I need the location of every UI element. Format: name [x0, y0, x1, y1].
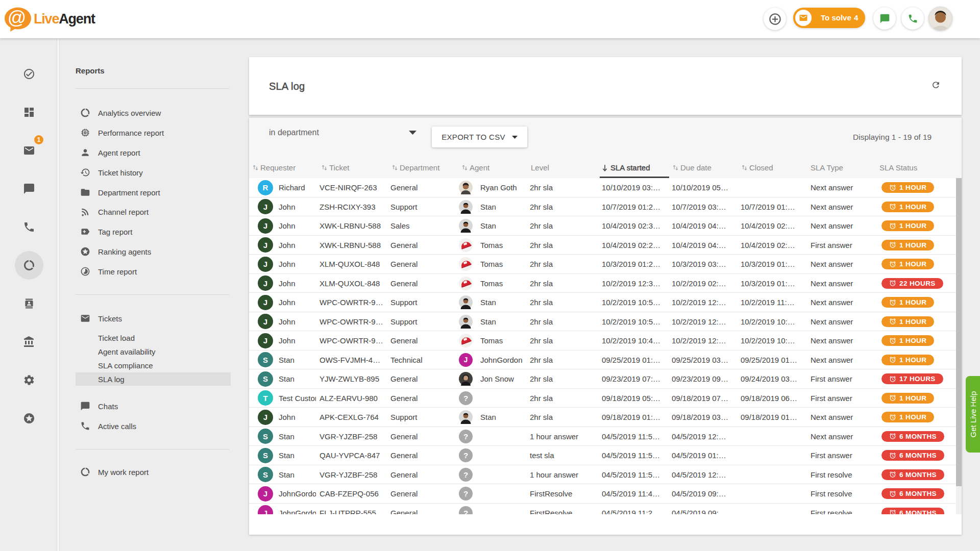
- svg-text:@: @: [8, 7, 27, 28]
